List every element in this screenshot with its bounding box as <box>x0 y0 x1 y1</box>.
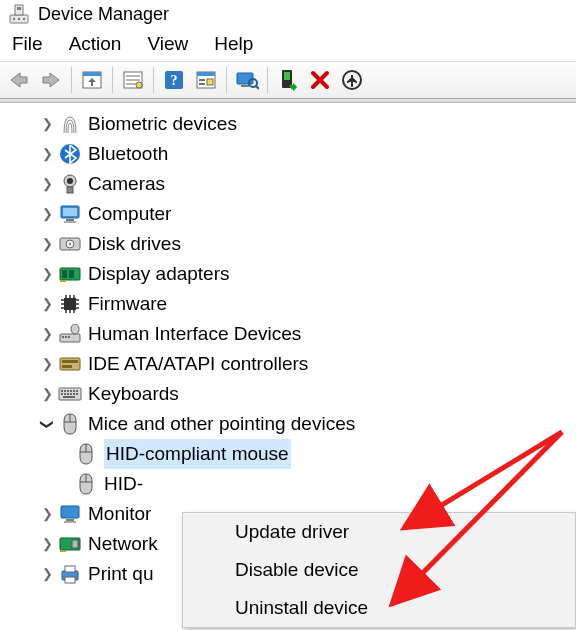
tree-item-label: IDE ATA/ATAPI controllers <box>88 349 308 379</box>
computer-icon <box>58 202 82 226</box>
svg-rect-65 <box>62 360 78 363</box>
svg-rect-7 <box>83 72 101 76</box>
expand-icon[interactable]: ❯ <box>36 379 58 409</box>
tree-item-label: Human Interface Devices <box>88 319 301 349</box>
tree-item-cameras[interactable]: ❯ Cameras <box>4 169 576 199</box>
svg-rect-34 <box>67 187 73 193</box>
svg-rect-70 <box>67 390 69 392</box>
help-button[interactable]: ? <box>159 65 189 95</box>
show-hidden-button[interactable] <box>77 65 107 95</box>
svg-rect-87 <box>61 506 79 518</box>
enable-device-button[interactable] <box>273 65 303 95</box>
monitor-icon <box>58 502 82 526</box>
disk-icon <box>58 232 82 256</box>
tree-item-mice[interactable]: ❯ Mice and other pointing devices <box>4 409 576 439</box>
expand-icon[interactable]: ❯ <box>36 229 58 259</box>
expand-icon[interactable]: ❯ <box>36 109 58 139</box>
fingerprint-icon <box>58 112 82 136</box>
tree-item-label: Cameras <box>88 169 165 199</box>
svg-point-63 <box>71 324 79 334</box>
expand-icon[interactable]: ❯ <box>36 289 58 319</box>
tree-item-label: Mice and other pointing devices <box>88 409 355 439</box>
expand-icon[interactable]: ❯ <box>36 349 58 379</box>
scan-hardware-button[interactable] <box>232 65 262 95</box>
tree-item-bluetooth[interactable]: ❯ Bluetooth <box>4 139 576 169</box>
tree-item-label: HID- <box>104 469 143 499</box>
svg-rect-91 <box>72 540 78 548</box>
tree-item-hid-mouse-1[interactable]: HID-compliant mouse <box>4 439 576 469</box>
svg-rect-74 <box>61 393 63 395</box>
svg-rect-75 <box>64 393 66 395</box>
context-menu-update-driver[interactable]: Update driver <box>183 513 575 551</box>
forward-button[interactable] <box>36 65 66 95</box>
properties-list-button[interactable] <box>118 65 148 95</box>
tree-item-label: Computer <box>88 199 171 229</box>
svg-point-5 <box>23 18 25 20</box>
svg-rect-18 <box>199 79 205 81</box>
svg-rect-95 <box>65 577 75 583</box>
expand-icon[interactable]: ❯ <box>36 139 58 169</box>
tree-item-hid-mouse-2[interactable]: HID- <box>4 469 576 499</box>
tree-item-display-adapters[interactable]: ❯ Display adapters <box>4 259 576 289</box>
tree-item-label: Display adapters <box>88 259 230 289</box>
svg-rect-2 <box>17 7 21 10</box>
tree-item-biometric-devices[interactable]: ❯ Biometric devices <box>4 109 576 139</box>
svg-rect-64 <box>60 358 80 370</box>
context-menu-uninstall-device[interactable]: Uninstall device <box>183 589 575 627</box>
tree-item-label: Keyboards <box>88 379 179 409</box>
expand-icon[interactable]: ❯ <box>36 199 58 229</box>
expand-icon[interactable]: ❯ <box>36 559 58 589</box>
svg-rect-61 <box>65 336 67 338</box>
svg-rect-89 <box>64 521 76 523</box>
svg-rect-37 <box>66 219 74 221</box>
update-driver-button[interactable] <box>337 65 367 95</box>
menu-file[interactable]: File <box>12 33 43 55</box>
expand-icon[interactable]: ❯ <box>36 259 58 289</box>
window-title: Device Manager <box>38 4 169 25</box>
tree-item-computer[interactable]: ❯ Computer <box>4 199 576 229</box>
tree-item-keyboards[interactable]: ❯ Keyboards <box>4 379 576 409</box>
tree-item-firmware[interactable]: ❯ Firmware <box>4 289 576 319</box>
tree-item-disk-drives[interactable]: ❯ Disk drives <box>4 229 576 259</box>
svg-rect-77 <box>70 393 72 395</box>
collapse-icon[interactable]: ❯ <box>32 413 62 435</box>
tree-item-label: Firmware <box>88 289 167 319</box>
menu-help[interactable]: Help <box>214 33 253 55</box>
action-properties-button[interactable] <box>191 65 221 95</box>
expand-icon[interactable]: ❯ <box>36 169 58 199</box>
svg-line-24 <box>256 86 259 89</box>
context-menu-disable-device[interactable]: Disable device <box>183 551 575 589</box>
remove-device-button[interactable] <box>305 65 335 95</box>
svg-rect-45 <box>60 280 66 282</box>
back-button[interactable] <box>4 65 34 95</box>
svg-rect-92 <box>60 550 66 552</box>
menu-view[interactable]: View <box>147 33 188 55</box>
ide-icon <box>58 352 82 376</box>
menu-action[interactable]: Action <box>69 33 122 55</box>
hid-icon <box>58 322 82 346</box>
svg-rect-20 <box>207 79 213 85</box>
svg-point-13 <box>136 82 142 88</box>
tree-item-hid[interactable]: ❯ Human Interface Devices <box>4 319 576 349</box>
svg-point-3 <box>13 18 15 20</box>
svg-rect-66 <box>62 365 72 368</box>
svg-point-33 <box>67 178 73 184</box>
toolbar-separator <box>226 67 227 93</box>
expand-icon[interactable]: ❯ <box>36 499 58 529</box>
svg-rect-38 <box>64 221 76 223</box>
svg-rect-88 <box>66 519 74 521</box>
expand-icon[interactable]: ❯ <box>36 319 58 349</box>
svg-rect-60 <box>62 336 64 338</box>
device-manager-icon <box>8 3 30 25</box>
svg-rect-76 <box>67 393 69 395</box>
title-bar: Device Manager <box>0 0 576 27</box>
svg-rect-26 <box>284 72 290 80</box>
svg-point-41 <box>69 243 71 245</box>
svg-rect-72 <box>73 390 75 392</box>
toolbar-separator <box>71 67 72 93</box>
tree-item-ide[interactable]: ❯ IDE ATA/ATAPI controllers <box>4 349 576 379</box>
firmware-icon <box>58 292 82 316</box>
svg-rect-78 <box>73 393 75 395</box>
menu-bar: File Action View Help <box>0 27 576 61</box>
expand-icon[interactable]: ❯ <box>36 529 58 559</box>
